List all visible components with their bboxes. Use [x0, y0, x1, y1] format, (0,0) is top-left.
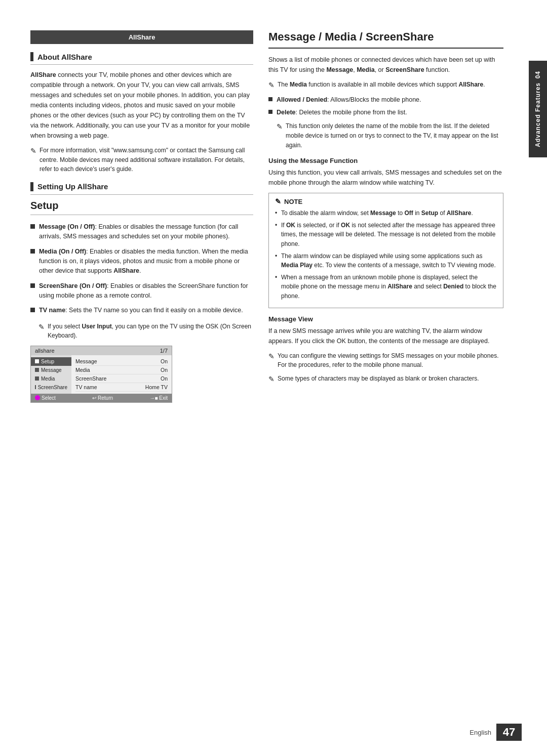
setup-item-text: ScreenShare (On / Off): Enables or disab…: [39, 281, 253, 301]
ui-mockup: allshare 1/7 Setup Message: [30, 346, 172, 403]
mockup-sidebar-item-screenshare[interactable]: ScreenShare: [31, 383, 71, 392]
page-number: 47: [496, 724, 522, 741]
note-item: When a message from an unknown mobile ph…: [275, 273, 497, 301]
mockup-row-value: On: [161, 358, 168, 364]
bullet-square: [30, 308, 35, 312]
mockup-sidebar-item-media[interactable]: Media: [31, 374, 71, 383]
chars-note: ✎ Some types of characters may be displa…: [268, 374, 503, 385]
pencil-icon-4: ✎: [277, 121, 283, 133]
bullet-square: [268, 97, 272, 101]
mockup-row-label: Media: [75, 367, 90, 373]
note-item: If OK is selected, or if OK is not selec…: [275, 221, 497, 249]
mockup-sidebar-label: Media: [41, 376, 55, 382]
mockup-row: ScreenShare On: [75, 374, 168, 383]
page-footer: English 47: [470, 724, 522, 741]
message-view-heading-text: Message View: [268, 315, 313, 323]
bullet-square: [30, 224, 35, 229]
mockup-sidebar: Setup Message Media ScreenShare: [31, 355, 71, 394]
mockup-sidebar-icon: [35, 359, 39, 363]
about-heading: About AllShare: [30, 52, 253, 65]
pencil-icon-3: ✎: [268, 80, 275, 91]
list-item: TV name: Sets the TV name so you can fin…: [30, 306, 253, 315]
mockup-sidebar-label: Message: [41, 367, 62, 373]
mockup-exit-btn: →■ Exit: [150, 395, 168, 401]
mockup-select-btn: Select: [35, 395, 56, 401]
bullet-square: [30, 249, 35, 254]
setup-item-text: TV name: Sets the TV name so you can fin…: [39, 306, 243, 315]
note-box-title: ✎ NOTE: [275, 197, 497, 205]
note-items-list: To disable the alarm window, set Message…: [275, 208, 497, 301]
mockup-row: TV name Home TV: [75, 383, 168, 392]
setting-up-heading: Setting Up AllShare: [30, 182, 253, 195]
mockup-return-btn: ↩ Return: [92, 395, 113, 401]
pencil-icon: ✎: [30, 146, 36, 157]
setup-heading-text: Setup: [30, 200, 59, 211]
list-item: Message (On / Off): Enables or disables …: [30, 222, 253, 242]
heading-bar-2: [30, 182, 33, 191]
chars-note-text: Some types of characters may be displaye…: [278, 374, 479, 384]
setup-item-text: Message (On / Off): Enables or disables …: [39, 222, 253, 242]
heading-bar: [30, 52, 33, 61]
pencil-icon-6: ✎: [268, 374, 275, 385]
note-item: To disable the alarm window, set Message…: [275, 208, 497, 218]
message-view-heading: Message View: [268, 315, 503, 323]
mockup-bar: allshare 1/7: [31, 346, 172, 355]
language-label: English: [470, 729, 491, 736]
setup-item-text: Media (On / Off): Enables or disables th…: [39, 247, 253, 276]
mockup-row-label: Message: [75, 358, 97, 364]
list-item: Media (On / Off): Enables or disables th…: [30, 247, 253, 276]
mockup-footer: Select ↩ Return →■ Exit: [31, 394, 172, 402]
mockup-sidebar-label: ScreenShare: [38, 385, 67, 390]
sms-note: ✎ You can configure the viewing settings…: [268, 351, 503, 370]
chapter-number: 04: [534, 71, 541, 78]
mockup-sidebar-item-setup[interactable]: Setup: [31, 357, 71, 366]
note-item: The alarm window can be displayed while …: [275, 251, 497, 270]
right-column: Message / Media / ScreenShare Shows a li…: [268, 30, 503, 736]
mockup-main: Message On Media On ScreenShare On TV: [71, 355, 172, 394]
note-box: ✎ NOTE To disable the alarm window, set …: [268, 193, 503, 308]
about-note-text: For more information, visit "www.samsung…: [40, 146, 253, 174]
mockup-row-label: ScreenShare: [75, 375, 106, 382]
about-heading-text: About AllShare: [37, 53, 92, 61]
note-title-text: NOTE: [284, 198, 302, 205]
list-item: Delete: Deletes the mobile phone from th…: [268, 108, 503, 117]
using-message-heading-text: Using the Message Function: [268, 157, 358, 164]
mockup-sidebar-item-message[interactable]: Message: [31, 366, 71, 374]
mockup-row-value: On: [161, 375, 168, 382]
allshare-header-label: AllShare: [129, 33, 155, 41]
left-column: AllShare About AllShare AllShare connect…: [30, 30, 253, 736]
about-note: ✎ For more information, visit "www.samsu…: [30, 146, 253, 174]
note-pencil-icon: ✎: [275, 197, 281, 205]
media-note-text: The Media function is available in all m…: [278, 80, 485, 90]
setup-heading: Setup: [30, 200, 253, 215]
mockup-sidebar-label: Setup: [41, 359, 54, 364]
sms-note-text: You can configure the viewing settings f…: [278, 351, 503, 370]
media-note: ✎ The Media function is available in all…: [268, 80, 503, 91]
right-bullet-list: Allowed / Denied: Allows/Blocks the mobi…: [268, 95, 503, 118]
about-body-text: AllShare connects your TV, mobile phones…: [30, 70, 253, 141]
delete-sub-note-text: This function only deletes the name of t…: [286, 121, 503, 150]
mockup-row-value: On: [161, 367, 168, 373]
main-heading: Message / Media / ScreenShare: [268, 30, 503, 49]
mockup-body: Setup Message Media ScreenShare: [31, 355, 172, 394]
setting-up-heading-text: Setting Up AllShare: [37, 182, 108, 191]
bullet-item-text: Delete: Deletes the mobile phone from th…: [277, 108, 407, 117]
delete-sub-note: ✎ This function only deletes the name of…: [277, 121, 503, 150]
chapter-label: Advanced Features: [534, 82, 541, 147]
select-btn-icon: [35, 395, 40, 400]
setup-sub-note-text: If you select User Input, you can type o…: [48, 322, 253, 341]
mockup-row-label: TV name: [75, 384, 97, 390]
list-item: Allowed / Denied: Allows/Blocks the mobi…: [268, 95, 503, 105]
bullet-square: [30, 283, 35, 288]
message-view-body: If a new SMS message arrives while you a…: [268, 326, 503, 346]
mockup-row: Media On: [75, 366, 168, 374]
using-message-body: Using this function, you view call arriv…: [268, 167, 503, 188]
mockup-title: allshare: [35, 348, 55, 354]
side-tab: 04 Advanced Features: [529, 61, 547, 157]
pencil-icon-2: ✎: [38, 322, 45, 333]
using-message-heading: Using the Message Function: [268, 157, 503, 164]
bullet-item-text: Allowed / Denied: Allows/Blocks the mobi…: [277, 95, 421, 105]
mockup-sidebar-icon: [35, 385, 36, 389]
setup-bullet-list: Message (On / Off): Enables or disables …: [30, 222, 253, 316]
bullet-square: [268, 110, 272, 114]
